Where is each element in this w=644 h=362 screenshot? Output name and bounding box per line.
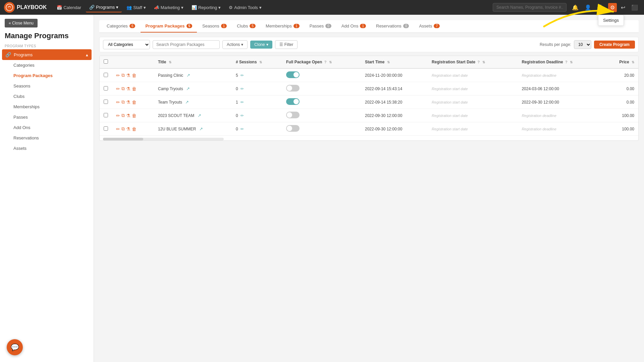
row-checkbox[interactable] <box>104 73 108 77</box>
row-price: 20.00 <box>624 73 634 78</box>
flask-icon[interactable]: ⚗ <box>126 100 130 105</box>
delete-icon[interactable]: 🗑 <box>132 86 137 92</box>
scrollbar-thumb[interactable] <box>103 138 143 140</box>
edit-icon[interactable]: ✏ <box>116 113 120 118</box>
col-reg-start-date[interactable]: Registration Start Date ? ⇅ <box>428 56 518 68</box>
nav-logout-icon[interactable]: ⬛ <box>629 3 640 12</box>
nav-bell-icon[interactable]: 🔔 <box>570 3 581 12</box>
sessions-edit-icon[interactable]: ✏ <box>240 86 244 91</box>
row-checkbox[interactable] <box>104 86 108 90</box>
settings-label[interactable]: Settings <box>603 18 619 23</box>
tab-categories[interactable]: Categories 6 <box>102 20 140 33</box>
actions-button[interactable]: Actions ▾ <box>222 40 248 49</box>
row-checkbox[interactable] <box>104 126 108 131</box>
full-package-toggle[interactable] <box>286 112 300 118</box>
tab-assets[interactable]: Assets 7 <box>414 20 444 33</box>
sidebar-item-assets[interactable]: Assets <box>0 143 94 154</box>
sidebar-item-add-ons[interactable]: Add Ons <box>0 122 94 133</box>
flask-icon[interactable]: ⚗ <box>126 86 130 92</box>
sessions-edit-icon[interactable]: ✏ <box>240 113 244 118</box>
nav-user-plus-icon[interactable]: ➕ <box>595 3 606 12</box>
tab-passes[interactable]: Passes 0 <box>305 20 336 33</box>
sidebar-item-clubs[interactable]: Clubs <box>0 91 94 102</box>
row-actions-cell: ✏ ⧉ ⚗ 🗑 <box>112 82 154 96</box>
clone-button[interactable]: Clone ▾ <box>250 41 272 49</box>
logo[interactable]: PLAYBOOK <box>4 2 47 13</box>
sessions-edit-icon[interactable]: ✏ <box>240 73 244 78</box>
external-link-icon[interactable]: ↗ <box>185 100 189 105</box>
full-package-toggle[interactable] <box>286 71 300 78</box>
delete-icon[interactable]: 🗑 <box>132 126 137 132</box>
nav-user-icon[interactable]: 👤 <box>583 3 593 12</box>
col-start-time[interactable]: Start Time ⇅ <box>361 56 428 68</box>
chat-bubble[interactable]: 💬 <box>7 339 23 355</box>
create-program-button[interactable]: Create Program <box>594 41 635 49</box>
delete-icon[interactable]: 🗑 <box>132 73 137 78</box>
copy-icon[interactable]: ⧉ <box>121 86 125 92</box>
nav-marketing[interactable]: 📣 Marketing ▾ <box>151 3 187 12</box>
tab-clubs[interactable]: Clubs 5 <box>232 20 260 33</box>
tab-reservations[interactable]: Reservations 0 <box>371 20 414 33</box>
flask-icon[interactable]: ⚗ <box>126 126 130 132</box>
nav-calendar[interactable]: 📅 Calendar <box>53 3 85 12</box>
table-header-row: Title ⇅ # Sessions ⇅ Full Package Open ?… <box>100 56 638 68</box>
sidebar-item-seasons[interactable]: Seasons <box>0 81 94 91</box>
row-price-cell: 0.00 <box>604 96 638 109</box>
horizontal-scrollbar[interactable] <box>103 138 224 140</box>
nav-staff[interactable]: 👥 Staff ▾ <box>123 3 149 12</box>
nav-settings-icon[interactable]: ⚙ <box>608 3 617 12</box>
row-checkbox[interactable] <box>104 100 108 104</box>
nav-admin-tools[interactable]: ⚙ Admin Tools ▾ <box>225 3 265 12</box>
sidebar-item-program-packages[interactable]: Program Packages <box>0 70 94 81</box>
col-sessions[interactable]: # Sessions ⇅ <box>232 56 282 68</box>
row-reg-deadline-cell: Registration deadline <box>518 122 604 136</box>
sidebar-item-programs[interactable]: 🔗 Programs ▴ <box>2 49 92 60</box>
sessions-edit-icon[interactable]: ✏ <box>240 100 244 105</box>
sidebar-item-memberships[interactable]: Memberships <box>0 102 94 112</box>
delete-icon[interactable]: 🗑 <box>132 113 137 118</box>
flask-icon[interactable]: ⚗ <box>126 113 130 118</box>
edit-icon[interactable]: ✏ <box>116 126 120 132</box>
global-search-input[interactable] <box>493 3 567 12</box>
copy-icon[interactable]: ⧉ <box>121 113 125 118</box>
nav-programs[interactable]: 🔗 Programs ▾ <box>86 3 122 12</box>
nav-reporting[interactable]: 📊 Reporting ▾ <box>188 3 224 12</box>
edit-icon[interactable]: ✏ <box>116 73 120 78</box>
flask-icon[interactable]: ⚗ <box>126 73 130 78</box>
row-toggle-cell <box>282 68 361 82</box>
sessions-edit-icon[interactable]: ✏ <box>240 127 244 131</box>
copy-icon[interactable]: ⧉ <box>121 72 125 78</box>
filter-button[interactable]: ☰ Filter <box>275 40 298 49</box>
external-link-icon[interactable]: ↗ <box>186 86 190 91</box>
external-link-icon[interactable]: ↗ <box>186 73 190 78</box>
row-checkbox[interactable] <box>104 113 108 117</box>
select-all-checkbox[interactable] <box>104 59 108 64</box>
full-package-toggle[interactable] <box>286 85 300 92</box>
col-title[interactable]: Title ⇅ <box>154 56 232 68</box>
full-package-toggle[interactable] <box>286 125 300 132</box>
search-packages-input[interactable] <box>153 40 220 49</box>
sidebar-item-reservations[interactable]: Reservations <box>0 133 94 143</box>
sidebar-item-passes[interactable]: Passes <box>0 112 94 122</box>
delete-icon[interactable]: 🗑 <box>132 100 137 105</box>
per-page-select[interactable]: 10 <box>574 40 591 49</box>
close-menu-btn[interactable]: « Close Menu <box>5 19 38 27</box>
col-full-package-open[interactable]: Full Package Open ? ⇅ <box>282 56 361 68</box>
edit-icon[interactable]: ✏ <box>116 100 120 105</box>
tab-add-ons[interactable]: Add Ons 1 <box>337 20 371 33</box>
external-link-icon[interactable]: ↗ <box>199 126 203 131</box>
external-link-icon[interactable]: ↗ <box>198 113 201 118</box>
row-sessions-count: 0 <box>236 113 238 118</box>
col-reg-deadline[interactable]: Registration Deadline ? ⇅ <box>518 56 604 68</box>
sidebar-item-categories[interactable]: Categories <box>0 60 94 70</box>
category-select[interactable]: All Categories <box>103 40 150 49</box>
edit-icon[interactable]: ✏ <box>116 86 120 92</box>
copy-icon[interactable]: ⧉ <box>121 99 125 105</box>
col-price[interactable]: Price ⇅ <box>604 56 638 68</box>
tab-program-packages[interactable]: Program Packages 5 <box>141 20 197 33</box>
tab-memberships[interactable]: Memberships 1 <box>261 20 304 33</box>
nav-undo-icon[interactable]: ↩ <box>619 3 627 12</box>
tab-seasons[interactable]: Seasons 1 <box>198 20 231 33</box>
copy-icon[interactable]: ⧉ <box>121 126 125 132</box>
full-package-toggle[interactable] <box>286 98 300 105</box>
